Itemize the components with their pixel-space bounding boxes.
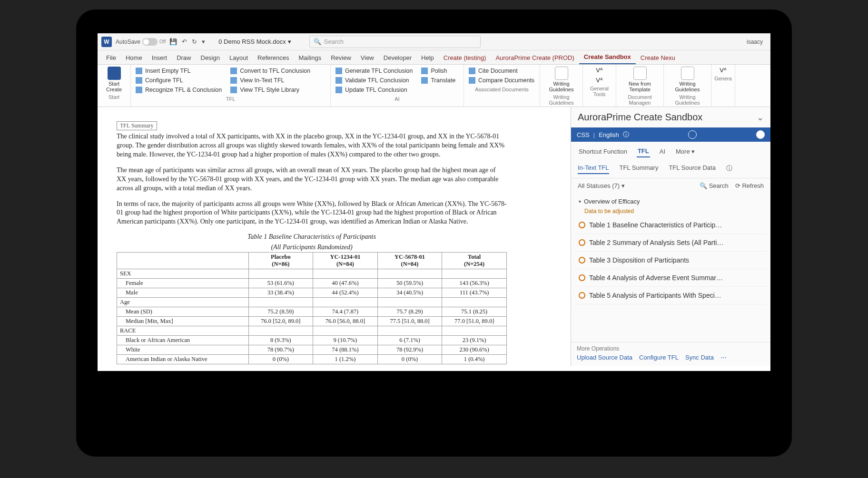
panel-subtab-tfl-source-data[interactable]: TFL Source Data xyxy=(669,164,716,174)
table-row: RACE xyxy=(117,326,507,336)
ribbon-recognize-tfl-conclusion[interactable]: Recognize TFL & Conclusion xyxy=(134,86,224,94)
document-title[interactable]: 0 Demo RSS Mock.docx ▾ xyxy=(218,38,291,45)
menu-tab-review[interactable]: Review xyxy=(326,51,356,64)
menu-tab-draw[interactable]: Draw xyxy=(172,51,196,64)
table-caption-line1: Table 1 Baseline Characteristics of Part… xyxy=(117,233,507,241)
table-row: White78 (90.7%)74 (88.1%)78 (92.9%)230 (… xyxy=(117,345,507,355)
font-icon[interactable]: Vᴬ xyxy=(720,67,727,74)
search-icon: 🔍 xyxy=(314,38,321,45)
panel-tab-tfl[interactable]: TFL xyxy=(637,146,650,157)
menu-tab-layout[interactable]: Layout xyxy=(225,51,253,64)
panel-tab-more[interactable]: More ▾ xyxy=(675,146,696,157)
menu-tab-create-sandbox[interactable]: Create Sandbox xyxy=(579,50,636,64)
section-overview-efficacy[interactable]: Overview of Efficacy xyxy=(575,195,767,208)
avatar-icon[interactable] xyxy=(756,130,765,139)
group-label-docman: Document Managen xyxy=(619,93,661,106)
redo-icon[interactable]: ↻ xyxy=(192,38,197,45)
tfl-list-item[interactable]: Table 1 Baseline Characteristics of Part… xyxy=(575,216,767,234)
table-header xyxy=(117,253,249,269)
panel-subtab-tfl-summary[interactable]: TFL Summary xyxy=(620,164,659,174)
menu-tab-file[interactable]: File xyxy=(101,51,121,64)
status-dot-icon xyxy=(579,274,585,281)
info-icon[interactable]: ⓘ xyxy=(726,164,732,174)
menu-tab-developer[interactable]: Developer xyxy=(379,51,416,64)
panel-refresh-button[interactable]: ⟳ Refresh xyxy=(735,182,764,189)
group-label-ai: AI xyxy=(334,95,461,102)
writing-guidelines2-button[interactable]: Writing Guidelines xyxy=(667,67,708,92)
panel-search-button[interactable]: 🔍 Search xyxy=(700,182,729,189)
tfl-list-item[interactable]: Table 4 Analysis of Adverse Event Summar… xyxy=(575,269,767,287)
ribbon-icon xyxy=(469,68,475,74)
menu-tab-auroraprime-create-prod-[interactable]: AuroraPrime Create (PROD) xyxy=(491,51,579,64)
more-icon[interactable]: ⋯ xyxy=(720,354,727,361)
user-name[interactable]: isaacy xyxy=(747,39,763,45)
table-header: YC-5678-01(N=84) xyxy=(377,253,442,269)
menu-tab-view[interactable]: View xyxy=(356,51,379,64)
font-size-up-icon[interactable]: Vᴬ xyxy=(596,67,603,74)
ribbon-update-tfl-conclusion[interactable]: Update TFL Conclusion xyxy=(334,86,414,94)
ribbon-convert-to-tfl-conclusion[interactable]: Convert to TFL Conclusion xyxy=(228,67,312,75)
menu-tab-create-testing-[interactable]: Create (testing) xyxy=(439,51,491,64)
search-input[interactable]: 🔍 Search xyxy=(309,36,481,48)
footer-link-configure-tfl[interactable]: Configure TFL xyxy=(639,354,679,361)
qat-more-icon[interactable]: ▾ xyxy=(202,38,205,45)
font-size-down-icon[interactable]: Vᴬ xyxy=(596,77,603,84)
ribbon-polish[interactable]: Polish xyxy=(419,67,457,75)
pen-icon xyxy=(108,67,121,80)
menu-tab-design[interactable]: Design xyxy=(196,51,225,64)
ribbon-icon xyxy=(421,68,428,74)
table-row: American Indian or Alaska Native0 (0%)1 … xyxy=(117,355,507,364)
new-from-template-button[interactable]: New from Template xyxy=(619,67,661,92)
summary-para-2: The mean age of participants was similar… xyxy=(117,166,507,193)
table-row: Black or African American8 (9.3%)9 (10.7… xyxy=(117,336,507,345)
panel-collapse-icon[interactable]: ⌄ xyxy=(757,112,764,123)
menu-tab-mailings[interactable]: Mailings xyxy=(294,51,326,64)
lang-css[interactable]: CSS xyxy=(577,131,590,138)
menu-tab-create-nexu[interactable]: Create Nexu xyxy=(636,51,680,64)
status-dot-icon xyxy=(579,222,585,228)
ribbon-insert-empty-tfl[interactable]: Insert Empty TFL xyxy=(134,67,224,75)
chevron-down-icon: ▾ xyxy=(621,182,625,189)
panel-subtab-in-text-tfl[interactable]: In-Text TFL xyxy=(578,164,609,174)
status-filter-dropdown[interactable]: All Statuses (7) ▾ xyxy=(578,182,625,189)
titlebar: W AutoSave Off 💾 ↶ ↻ ▾ 0 Demo RSS Mock.d… xyxy=(98,33,770,50)
panel-tab-shortcut-function[interactable]: Shortcut Function xyxy=(578,146,628,157)
settings-gear-icon[interactable] xyxy=(688,130,697,139)
start-create-button[interactable]: Start Create xyxy=(100,67,128,92)
panel-tab-ai[interactable]: AI xyxy=(659,146,666,157)
table-row: Median [Min, Max]76.0 [52.0, 89.0]76.0 [… xyxy=(117,317,507,326)
lang-english[interactable]: English xyxy=(599,131,619,138)
ribbon-view-tfl-style-library[interactable]: View TFL Style Library xyxy=(228,86,312,94)
ribbon-generate-tfl-conclusion[interactable]: Generate TFL Conclusion xyxy=(334,67,414,75)
ribbon-view-in-text-tfl[interactable]: View In-Text TFL xyxy=(228,76,312,85)
tfl-list-item[interactable]: Table 5 Analysis of Participants With Sp… xyxy=(575,287,767,304)
footer-link-sync-data[interactable]: Sync Data xyxy=(685,354,714,361)
menu-tab-home[interactable]: Home xyxy=(121,51,147,64)
autosave-toggle[interactable]: AutoSave Off xyxy=(116,38,166,46)
tfl-list-item[interactable]: Table 3 Disposition of Participants xyxy=(575,252,767,269)
doc-icon xyxy=(681,67,694,80)
ribbon-cite-document[interactable]: Cite Document xyxy=(467,67,537,75)
doc-icon xyxy=(555,67,568,80)
writing-guidelines-button[interactable]: Writing Guidelines xyxy=(543,67,580,92)
ribbon-compare-documents[interactable]: Compare Documents xyxy=(467,76,537,85)
save-icon[interactable]: 💾 xyxy=(169,38,177,45)
ribbon-icon xyxy=(421,77,428,84)
menu-tab-help[interactable]: Help xyxy=(416,51,439,64)
footer-link-upload-source-data[interactable]: Upload Source Data xyxy=(577,354,632,361)
tfl-list-item[interactable]: Table 2 Summary of Analysis Sets (All Pa… xyxy=(575,234,767,252)
info-icon[interactable]: ⓘ xyxy=(623,130,629,139)
menu-tab-insert[interactable]: Insert xyxy=(147,51,172,64)
table-header: Placebo(N=86) xyxy=(248,253,313,269)
document-canvas[interactable]: TFL Summary The clinical study involved … xyxy=(98,107,571,366)
ribbon-validate-tfl-conclusion[interactable]: Validate TFL Conclusion xyxy=(334,76,414,85)
summary-para-3: In terms of race, the majority of partic… xyxy=(117,200,507,227)
menu-tab-references[interactable]: References xyxy=(253,51,294,64)
undo-icon[interactable]: ↶ xyxy=(182,38,187,45)
table-row: SEX xyxy=(117,269,507,279)
ribbon-icon xyxy=(469,77,475,84)
panel-subtabs: In-Text TFLTFL SummaryTFL Source Dataⓘ xyxy=(571,161,770,178)
ribbon-translate[interactable]: Translate xyxy=(419,76,457,85)
ribbon-configure-tfl[interactable]: Configure TFL xyxy=(134,76,224,85)
ribbon-icon xyxy=(230,87,237,93)
